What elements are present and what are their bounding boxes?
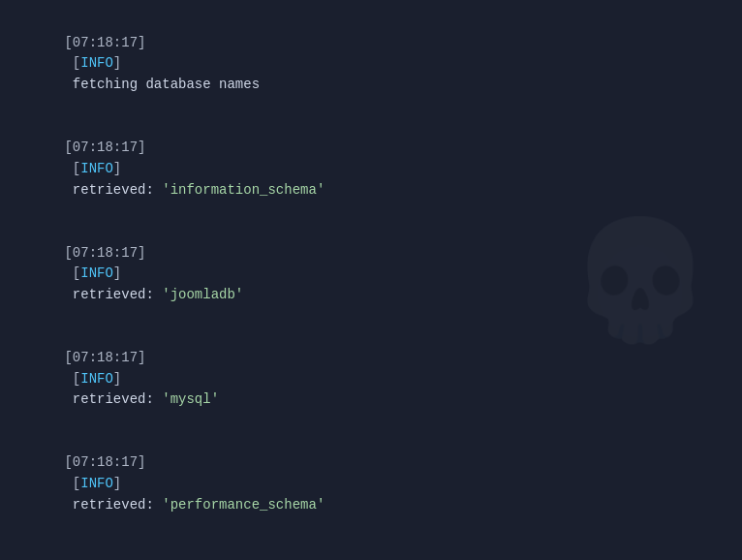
timestamp-3: [07:18:17] [64,245,145,261]
val-2: 'information_schema' [162,182,325,198]
tag-info-5: INFO [80,476,113,491]
tag-info-4: INFO [80,371,113,387]
timestamp-1: [07:18:17] [64,35,145,50]
msg-1: fetching database names [64,77,260,92]
log-line-2: [07:18:17] [INFO] retrieved: 'informatio… [15,116,727,221]
log-line-4: [07:18:17] [INFO] retrieved: 'mysql' [15,327,727,431]
log-line-6: [07:18:17] [INFO] retrieved: 'sys' [15,537,727,560]
tag-info-3: INFO [80,265,113,281]
val-5: 'performance_schema' [162,497,325,513]
msg-4: retrieved: [64,391,162,407]
msg-5: retrieved: [64,497,162,513]
terminal-content: [07:18:17] [INFO] fetching database name… [15,12,727,560]
timestamp-2: [07:18:17] [64,140,145,155]
timestamp-4: [07:18:17] [64,350,145,365]
terminal-window: 💀 [07:18:17] [INFO] fetching database na… [0,0,742,560]
val-3: 'joomladb' [162,287,243,302]
msg-2: retrieved: [64,182,162,198]
tag-info-1: INFO [80,55,113,71]
log-line-5: [07:18:17] [INFO] retrieved: 'performanc… [15,432,727,537]
timestamp-5: [07:18:17] [64,454,145,470]
tag-info-2: INFO [80,161,113,176]
log-line-1: [07:18:17] [INFO] fetching database name… [15,12,727,116]
val-4: 'mysql' [162,391,219,407]
bracket-1: [ [64,55,80,71]
msg-3: retrieved: [64,287,162,302]
log-line-3: [07:18:17] [INFO] retrieved: 'joomladb' [15,222,727,327]
